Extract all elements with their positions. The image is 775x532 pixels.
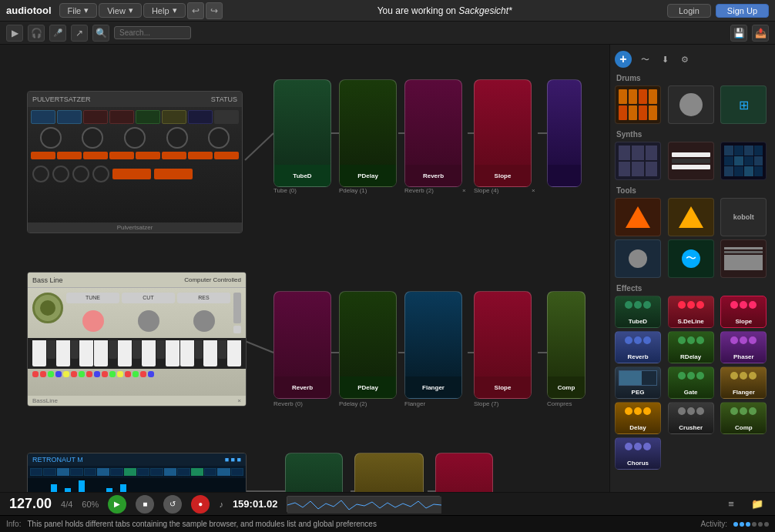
- pedal-comp3[interactable]: Compressor: [354, 453, 424, 492]
- retronaut-module[interactable]: RETRONAUT M ■ ■ ■: [27, 453, 247, 492]
- effects-grid: TubeD S.DeLine Slope: [615, 296, 770, 470]
- folder-icon[interactable]: 📁: [749, 496, 766, 513]
- synth-thumb-2[interactable]: [668, 142, 714, 180]
- pedal-slope3[interactable]: Slope: [435, 453, 493, 492]
- tool-thumb-2[interactable]: [668, 198, 714, 236]
- effect-delay[interactable]: Delay: [615, 402, 661, 434]
- working-on-text: You are working on Sackgesicht*: [224, 5, 666, 16]
- save-icon[interactable]: 💾: [730, 25, 747, 42]
- pedal-pdelay1-label: Pdelay (1): [339, 187, 367, 194]
- pulvertsatzer-label: Pulvertsatzer: [28, 223, 242, 233]
- tools-grid: kobolt 〜: [615, 198, 770, 278]
- status-bar: Info: This panel holds different tabs co…: [0, 515, 775, 532]
- pedal-slope1-label: Slope (4): [474, 187, 498, 194]
- search-input[interactable]: [114, 26, 191, 39]
- headphone-icon[interactable]: 🎧: [28, 25, 45, 42]
- add-module-button[interactable]: +: [615, 51, 632, 68]
- tool-thumb-5[interactable]: 〜: [668, 239, 714, 278]
- canvas-area[interactable]: PULVERTSATZER STATUS: [0, 45, 609, 492]
- effect-phaser[interactable]: Phaser: [720, 331, 767, 363]
- toolbar: ▶ 🎧 🎤 ↗ 🔍 💾 📤: [0, 22, 775, 45]
- tool-thumb-4[interactable]: [615, 239, 661, 278]
- redo-button[interactable]: ↪: [206, 2, 223, 19]
- dot-3: [746, 522, 750, 527]
- waveform-icon[interactable]: 〜: [636, 51, 653, 68]
- undo-button[interactable]: ↩: [187, 2, 204, 19]
- drum-thumb-3[interactable]: ⊞: [720, 85, 767, 124]
- pedal-tube1-label: Tube (0): [273, 187, 297, 194]
- play-button[interactable]: ▶: [108, 495, 126, 514]
- effects-section-label: Effects: [616, 284, 770, 293]
- pedal-slope1[interactable]: Slope: [474, 79, 532, 187]
- effect-crusher[interactable]: Crusher: [668, 402, 714, 434]
- cursor-icon[interactable]: ↗: [71, 25, 88, 42]
- pedal-pdelay1[interactable]: PDelay: [339, 79, 397, 187]
- pedal-close-slope1[interactable]: ×: [532, 187, 535, 194]
- effect-flanger[interactable]: Flanger: [720, 366, 767, 399]
- pedal-pdelay2-label: Pdelay (2): [339, 400, 367, 407]
- status-info-label: Info:: [6, 520, 21, 528]
- activity-label: Activity:: [701, 520, 727, 528]
- volume-display: 60%: [82, 500, 99, 509]
- dot-4: [752, 522, 757, 527]
- dot-2: [740, 522, 744, 527]
- auth-buttons: Login Sign Up: [667, 4, 769, 18]
- bassline-module[interactable]: Bass Line Computer Controlled TUNE CUT R…: [27, 272, 247, 407]
- pedal-extra1[interactable]: [547, 79, 582, 187]
- settings-icon[interactable]: ⚙: [676, 51, 693, 68]
- pedal-reverb2-label: Reverb (0): [273, 400, 303, 407]
- effect-gate[interactable]: Gate: [668, 366, 714, 399]
- tool-thumb-6[interactable]: [720, 239, 767, 278]
- pedal-close1[interactable]: ×: [462, 187, 466, 194]
- pedal-flanger1[interactable]: Flanger: [404, 291, 462, 399]
- drum-thumb-1[interactable]: [615, 85, 661, 124]
- login-button[interactable]: Login: [667, 4, 711, 18]
- tools-section-label: Tools: [616, 186, 770, 195]
- drums-section-label: Drums: [616, 74, 770, 82]
- dot-1: [733, 522, 738, 527]
- synth-thumb-3[interactable]: [720, 142, 767, 180]
- pedal-comp1[interactable]: Comp: [547, 291, 585, 399]
- file-menu[interactable]: File ▾: [59, 3, 98, 18]
- drum-thumb-2[interactable]: [668, 85, 714, 124]
- pedal-tube1[interactable]: TubeD: [273, 79, 331, 187]
- kobolt-thumb[interactable]: kobolt: [720, 198, 767, 236]
- loop-button[interactable]: ↺: [163, 495, 182, 514]
- pedal-slope2[interactable]: Slope: [474, 291, 532, 399]
- bottom-bar: 127.00 4/4 60% ▶ ■ ↺ ● ♪ 159:01.02 ≡ 📁: [0, 492, 775, 515]
- tool-thumb-1[interactable]: [615, 198, 661, 236]
- effect-reverb[interactable]: Reverb: [615, 331, 661, 363]
- search-icon[interactable]: 🔍: [92, 25, 109, 42]
- synths-grid: [615, 142, 770, 180]
- effect-peg[interactable]: PEG: [615, 366, 661, 399]
- record-button[interactable]: ●: [191, 495, 210, 514]
- time-signature: 4/4: [61, 500, 72, 509]
- svg-rect-13: [287, 497, 441, 514]
- effect-tubed[interactable]: TubeD: [615, 296, 661, 328]
- effect-comp[interactable]: Comp: [720, 402, 767, 434]
- play-toolbar-icon[interactable]: ▶: [6, 25, 23, 42]
- pedal-comp1-label: Compres: [547, 400, 572, 407]
- mixer-icon[interactable]: ≡: [723, 496, 740, 513]
- status-info-text: This panel holds different tabs containi…: [27, 520, 376, 528]
- bassline-label: BassLine ×: [28, 396, 246, 406]
- signup-button[interactable]: Sign Up: [716, 4, 769, 18]
- pedal-pdelay2[interactable]: PDelay: [339, 291, 397, 399]
- mic-icon[interactable]: 🎤: [49, 25, 66, 42]
- menu-bar: audiotool File ▾ View ▾ Help ▾ ↩ ↪ You a…: [0, 0, 775, 22]
- synth-thumb-1[interactable]: [615, 142, 661, 180]
- pedal-reverb2[interactable]: Reverb: [273, 291, 331, 399]
- pulverzatzer-module[interactable]: PULVERTSATZER STATUS: [27, 91, 243, 233]
- effect-sdeline[interactable]: S.DeLine: [668, 296, 714, 328]
- stop-button[interactable]: ■: [136, 495, 154, 514]
- effect-chorus[interactable]: Chorus: [615, 437, 661, 470]
- svg-line-5: [245, 341, 273, 353]
- pedal-reverb1[interactable]: Reverb: [404, 79, 462, 187]
- download-icon[interactable]: ⬇: [656, 51, 673, 68]
- view-menu[interactable]: View ▾: [99, 3, 142, 18]
- export-icon[interactable]: 📤: [752, 25, 769, 42]
- effect-rdelay[interactable]: RDelay: [668, 331, 714, 363]
- help-menu[interactable]: Help ▾: [143, 3, 186, 18]
- pedal-tubed3[interactable]: TubeD: [285, 453, 343, 492]
- effect-slope[interactable]: Slope: [720, 296, 767, 328]
